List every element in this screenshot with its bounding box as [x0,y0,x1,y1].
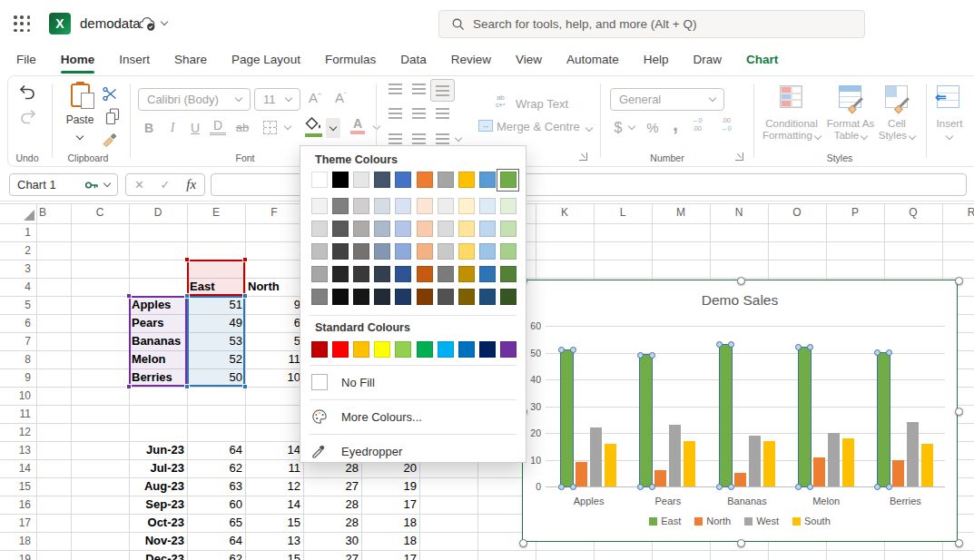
standard-color-swatch[interactable] [500,341,517,358]
name-box-chevron-icon[interactable] [103,180,111,187]
cell-G18[interactable]: 30 [306,532,359,550]
series-point-handle[interactable] [728,341,734,348]
theme-variant-swatch[interactable] [395,266,411,282]
chart[interactable]: Demo Sales 0102030405060ApplesPearsBanan… [522,280,958,542]
row-header-17[interactable]: 17 [0,514,31,532]
undo-button[interactable] [18,84,36,100]
theme-variant-swatch[interactable] [438,289,454,305]
standard-color-swatch[interactable] [311,341,328,358]
series-point-handle[interactable] [637,484,644,490]
range-handle[interactable] [242,257,248,262]
theme-variant-swatch[interactable] [353,198,369,214]
range-handle[interactable] [184,257,190,262]
conditional-formatting-button[interactable]: ConditionalFormatting [757,118,826,142]
cell-F18[interactable]: 13 [248,532,300,550]
legend-item-south[interactable]: South [792,516,831,526]
cell-E18[interactable]: 64 [190,532,242,550]
cell-H15[interactable]: 19 [364,477,417,496]
bar-north-berries[interactable] [892,460,904,487]
series-point-handle[interactable] [874,484,881,490]
cell-D9[interactable]: Berries [132,368,184,387]
bar-south-bananas[interactable] [763,441,775,486]
row-header-6[interactable]: 6 [0,314,31,332]
cell-D5[interactable]: Apples [132,296,184,314]
cell-E8[interactable]: 52 [190,350,242,368]
tab-review[interactable]: Review [451,47,491,74]
bar-south-pears[interactable] [684,441,695,486]
row-header-14[interactable]: 14 [0,459,31,477]
theme-variant-swatch[interactable] [458,289,475,305]
number-format-combo[interactable]: General [610,88,724,111]
series-point-handle[interactable] [795,484,802,490]
cell-E7[interactable]: 53 [190,332,242,350]
legend-item-north[interactable]: North [694,516,731,526]
bar-south-melon[interactable] [842,438,854,486]
theme-variant-swatch[interactable] [417,243,433,260]
theme-variant-swatch[interactable] [311,221,328,237]
number-dialog-launcher[interactable] [735,152,743,161]
cell-F5[interactable]: 9 [248,296,300,314]
bar-east-melon[interactable] [799,348,811,486]
row-header-5[interactable]: 5 [0,296,31,314]
cell-D14[interactable]: Jul-23 [132,459,184,477]
row-header-16[interactable]: 16 [0,496,31,514]
bar-west-bananas[interactable] [749,436,761,486]
standard-color-swatch[interactable] [479,341,496,358]
cell-D18[interactable]: Nov-23 [132,532,184,550]
col-header-B[interactable]: B [25,203,61,222]
text-orientation-button[interactable] [436,133,449,135]
standard-color-swatch[interactable] [438,341,454,358]
theme-variant-swatch[interactable] [353,243,369,260]
theme-variant-swatch[interactable] [500,198,517,214]
cell-styles-button[interactable]: CellStyles [877,118,917,142]
format-painter-button[interactable] [102,131,118,147]
top-align-button[interactable] [389,84,402,85]
theme-variant-swatch[interactable] [458,266,475,282]
bar-west-pears[interactable] [669,425,681,486]
standard-color-swatch[interactable] [417,341,433,358]
col-header-N[interactable]: N [721,203,757,222]
strikethrough-button[interactable]: ab [233,118,251,138]
cell-D6[interactable]: Pears [132,314,184,332]
theme-variant-swatch[interactable] [417,289,433,305]
row-header-9[interactable]: 9 [0,368,31,387]
paste-button[interactable]: Paste [58,82,102,142]
theme-variant-swatch[interactable] [438,243,454,260]
cell-F15[interactable]: 12 [248,477,300,496]
cell-D13[interactable]: Jun-23 [132,441,184,459]
paste-chevron-icon[interactable] [76,133,84,140]
range-handle[interactable] [242,384,248,389]
increase-font-size-button[interactable]: A^ [309,90,321,105]
bold-button[interactable]: B [141,118,157,138]
font-color-button[interactable]: A [350,117,365,134]
wrap-text-button[interactable]: Wrap Text [516,97,568,111]
row-header-4[interactable]: 4 [0,278,31,296]
theme-variant-swatch[interactable] [458,198,475,214]
theme-color-swatch[interactable] [479,172,496,188]
theme-color-swatch[interactable] [311,172,328,188]
fx-button[interactable]: fx [186,177,196,192]
range-handle[interactable] [126,384,132,389]
align-right-button[interactable] [436,108,449,110]
italic-button[interactable]: I [164,118,181,138]
cut-button[interactable] [103,86,118,102]
cell-D15[interactable]: Aug-23 [132,477,184,496]
row-header-3[interactable]: 3 [0,260,31,278]
comma-style-button[interactable]: , [669,118,682,138]
cell-F19[interactable]: 15 [248,550,300,560]
tab-automate[interactable]: Automate [566,47,619,74]
theme-variant-swatch[interactable] [374,221,390,237]
cell-F7[interactable]: 5 [248,332,300,350]
bar-east-pears[interactable] [640,355,652,486]
row-header-2[interactable]: 2 [0,241,31,260]
align-left-button[interactable] [389,108,402,110]
tab-view[interactable]: View [516,47,542,74]
cell-G17[interactable]: 28 [306,514,359,532]
col-header-C[interactable]: C [82,203,118,222]
theme-variant-swatch[interactable] [458,243,475,260]
legend-item-west[interactable]: West [744,516,779,526]
cell-E6[interactable]: 49 [190,314,242,332]
increase-indent-button[interactable] [412,133,426,135]
tab-share[interactable]: Share [174,47,207,74]
chart-selection-handle[interactable] [955,408,963,416]
